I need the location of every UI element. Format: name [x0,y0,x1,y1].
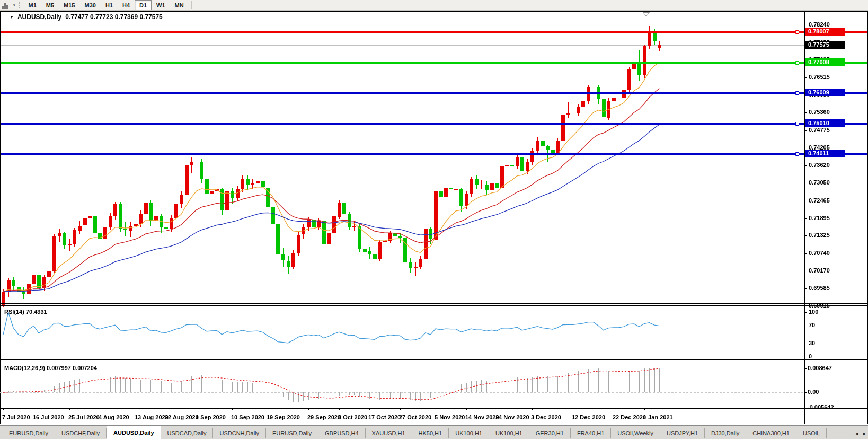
toolbar-separator [191,1,192,9]
price-axis-tick: 0.71895 [809,215,830,222]
price-axis-tick: 0.76515 [809,74,830,81]
timeframe-button-w1[interactable]: W1 [152,0,170,10]
chart-tab-eurusd-daily[interactable]: EURUSD,Daily [3,428,55,438]
date-label: 29 Sep 2020 [307,414,341,420]
symbol-period-label: AUDUSD,Daily [17,13,61,21]
chart-tab-hk50-h1[interactable]: HK50,H1 [412,428,449,438]
date-label: 3 Dec 2020 [531,414,561,420]
macd-axis-tick: 0.00 [808,389,819,396]
hline-price-box: 0.78007 [805,28,845,36]
timeframe-button-m5[interactable]: M5 [41,0,59,10]
date-label: 4 Aug 2020 [99,414,129,420]
chart-title: ▼ AUDUSD,Daily 0.77477 0.77723 0.77369 0… [10,13,163,21]
symbol-tabbar: EURUSD,DailyUSDCHF,DailyAUDUSD,DailyUSDC… [0,425,868,439]
date-label: 19 Sep 2020 [267,414,300,420]
chart-tab-usoil-[interactable]: USOil, [796,428,827,438]
date-label: 8 Oct 2020 [338,414,367,420]
chart-tab-uk100-h1[interactable]: UK100,H1 [489,428,529,438]
chart-tab-usdcnh-daily[interactable]: USDCNH,Daily [213,428,266,438]
chart-tab-eurusd-daily[interactable]: EURUSD,Daily [266,428,318,438]
toolbar-grip [19,2,21,8]
date-label: 24 Nov 2020 [495,414,529,420]
date-label: 16 Jul 2020 [33,414,64,420]
rsi-axis-tick: 70 [809,322,815,329]
timeframe-button-d1[interactable]: D1 [135,0,152,10]
date-label: 1 Jan 2021 [643,414,673,420]
timeframe-toolbar: ▾ M1M5M15M30H1H4D1W1MN [0,0,868,11]
macd-panel-label: MACD(12,26,9) 0.007997 0.007204 [4,365,97,371]
hline-price-box: 0.75010 [805,119,845,127]
chevron-down-icon[interactable]: ▾ [11,3,17,7]
scroll-left-icon[interactable]: ◄ [854,431,859,436]
price-axis-tick: 0.73050 [809,179,830,186]
price-axis-tick: 0.71325 [809,232,830,239]
date-label: 14 Nov 2020 [465,414,499,420]
date-label: 22 Dec 2020 [613,414,646,420]
rsi-panel-label: RSI(14) 70.4331 [4,309,47,315]
chart-tab-usoil-weekly[interactable]: USOil,Weekly [611,428,660,438]
date-label: 13 Aug 2020 [135,414,169,420]
scroll-right-icon[interactable]: ► [862,431,867,436]
date-label: 17 Oct 2020 [368,414,401,420]
timeframe-button-h4[interactable]: H4 [118,0,135,10]
chart-tab-usdcad-daily[interactable]: USDCAD,Daily [161,428,214,438]
price-axis-tick: 0.73620 [809,162,830,169]
price-axis-tick: 0.75360 [809,109,830,116]
timeframe-button-m1[interactable]: M1 [24,0,41,10]
timeframe-buttons: M1M5M15M30H1H4D1W1MN [24,0,189,10]
window-menu-icon[interactable]: ▼ [10,15,14,20]
chart-tab-usdchf-daily[interactable]: USDCHF,Daily [55,428,107,438]
price-axis-tick: 0.70740 [809,250,830,257]
price-axis-tick: 0.74775 [809,127,830,134]
chart-tab-usdjpy-h1[interactable]: USDJPY,H1 [660,428,705,438]
chart-tab-dj30-daily[interactable]: DJ30,Daily [705,428,746,438]
rsi-axis-tick: 30 [809,340,815,347]
chart-tab-china300-h1[interactable]: CHINA300,H1 [746,428,796,438]
macd-axis-tick: 0.008647 [808,365,832,372]
symbol-tabs: EURUSD,DailyUSDCHF,DailyAUDUSD,DailyUSDC… [3,426,827,439]
ohlc-values: 0.77477 0.77723 0.77369 0.77575 [65,13,163,21]
timeframe-button-h1[interactable]: H1 [101,0,118,10]
timeframe-button-m15[interactable]: M15 [59,0,79,10]
macd-axis-tick: -0.005642 [808,404,834,411]
tab-scroll-arrows: ◄ ► [854,431,867,436]
current-price-box: 0.77575 [805,41,845,49]
date-label: 1 Sep 2020 [196,414,226,420]
date-label: 27 Oct 2020 [399,414,431,420]
date-label: 12 Dec 2020 [572,414,605,420]
price-axis-tick: 0.70170 [809,267,830,274]
chart-tab-audusd-daily[interactable]: AUDUSD,Daily [107,426,161,439]
chart-tab-ger30-h1[interactable]: GER30,H1 [529,428,571,438]
timeframe-button-mn[interactable]: MN [170,0,189,10]
chart-tab-xauusd-h1[interactable]: XAUUSD,H1 [366,428,412,438]
rsi-axis-tick: 0 [809,353,812,360]
date-label: 7 Jul 2020 [2,414,30,420]
date-label: 22 Aug 2020 [165,414,199,420]
chart-tab-uk100-h1[interactable]: UK100,H1 [449,428,489,438]
chart-canvas[interactable] [0,0,868,439]
hline-price-box: 0.77008 [805,58,845,66]
rsi-axis-tick: 100 [809,309,818,315]
timeframe-button-m30[interactable]: M30 [79,0,100,10]
date-label: 25 Jul 2020 [68,414,100,420]
date-label: 5 Nov 2020 [435,414,465,420]
hline-price-box: 0.74011 [805,150,845,157]
chart-period-icon[interactable] [2,1,11,10]
date-label: 10 Sep 2020 [231,414,264,420]
price-axis-tick: 0.72465 [809,197,830,204]
hline-price-box: 0.76009 [805,89,845,96]
price-axis-tick: 0.69585 [809,285,830,292]
chart-tab-gbpusd-h4[interactable]: GBPUSD,H4 [318,428,366,438]
chart-tab-fra40-h1[interactable]: FRA40,H1 [571,428,611,438]
